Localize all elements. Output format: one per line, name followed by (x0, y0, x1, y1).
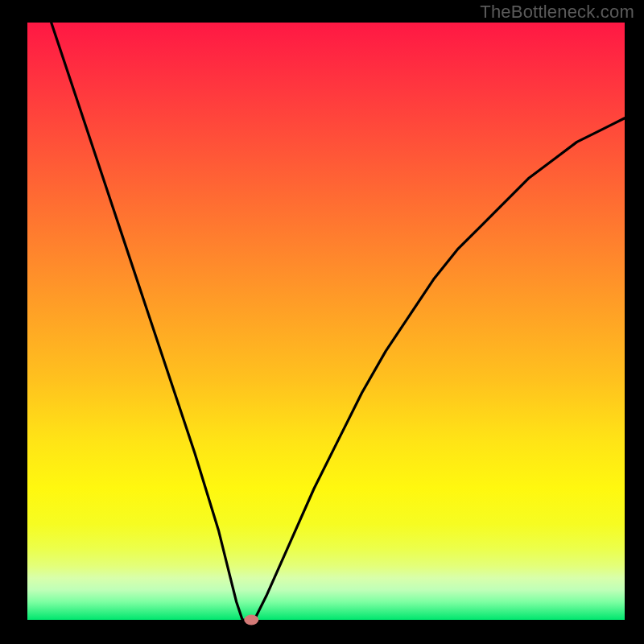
plot-background (27, 23, 625, 620)
bottleneck-chart (0, 0, 644, 644)
marker-dot (244, 615, 258, 625)
watermark-text: TheBottleneck.com (480, 2, 634, 23)
chart-frame: TheBottleneck.com (0, 0, 644, 644)
